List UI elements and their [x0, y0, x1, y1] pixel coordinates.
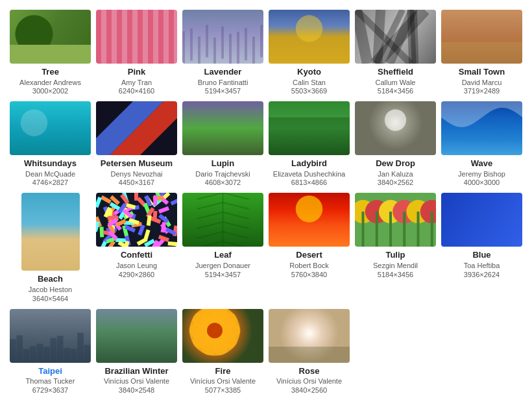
photo-title-brazilian: Brazilian Winter	[104, 366, 168, 377]
thumb-dew_drop	[355, 101, 436, 155]
photo-title-pink: Pink	[128, 67, 145, 78]
thumb-beach	[21, 193, 80, 271]
thumb-small_town	[441, 10, 522, 64]
photo-author-sheffield: Callum Wale	[376, 78, 416, 87]
photo-item-desert[interactable]: DesertRobert Bock5760×3840	[269, 193, 350, 302]
thumb-tree	[10, 10, 91, 64]
photo-dims-small_town: 3719×2489	[464, 87, 500, 95]
photo-author-tree: Alexander Andrews	[19, 78, 81, 87]
photo-title-ladybird: Ladybird	[291, 158, 327, 169]
photo-author-blue: Toa Heftiba	[464, 261, 500, 270]
thumb-ladybird	[269, 101, 350, 155]
photo-dims-pink: 6240×4160	[119, 87, 154, 95]
photo-dims-tree: 3000×2002	[32, 87, 68, 95]
photo-dims-wave: 4000×3000	[464, 178, 500, 186]
photo-item-lupin[interactable]: LupinDario Trajchevski4608×3072	[182, 101, 263, 186]
thumb-brazilian	[96, 309, 177, 363]
photo-author-beach: Jacob Heston	[29, 285, 72, 294]
photo-author-leaf: Juergen Donauer	[195, 261, 250, 270]
photo-dims-taipei: 6729×3637	[32, 386, 68, 394]
photo-item-beach[interactable]: BeachJacob Heston3640×5464	[10, 193, 91, 302]
photo-dims-dew_drop: 3840×2562	[378, 178, 413, 186]
photo-item-fire[interactable]: FireVinícius Orsi Valente5077×3385	[182, 309, 263, 394]
thumb-leaf	[182, 193, 263, 247]
photo-dims-whitsundays: 4746×2827	[32, 178, 68, 186]
photo-dims-rose: 3840×2560	[291, 386, 327, 394]
photo-item-rose[interactable]: RoseVinícius Orsi Valente3840×2560	[269, 309, 350, 394]
photo-author-wave: Jeremy Bishop	[458, 169, 505, 178]
photo-title-kyoto: Kyoto	[297, 67, 321, 78]
photo-dims-fire: 5077×3385	[205, 386, 241, 394]
photo-author-petersen: Denys Nevozhai	[110, 169, 162, 178]
photo-author-brazilian: Vinícius Orsi Valente	[104, 376, 169, 386]
photo-title-confetti: Confetti	[121, 250, 152, 261]
photo-title-small_town: Small Town	[459, 67, 505, 78]
photo-dims-beach: 3640×5464	[32, 295, 68, 302]
thumb-petersen	[96, 101, 177, 155]
photo-title-lupin: Lupin	[212, 158, 234, 169]
thumb-pink	[96, 10, 177, 64]
thumb-lavender	[182, 10, 263, 64]
photo-item-pink[interactable]: PinkAmy Tran6240×4160	[96, 10, 177, 95]
photo-title-desert: Desert	[296, 250, 322, 261]
photo-dims-confetti: 4290×2860	[119, 271, 154, 278]
photo-title-leaf: Leaf	[214, 250, 232, 261]
photo-title-petersen: Petersen Museum	[101, 158, 173, 169]
photo-author-fire: Vinícius Orsi Valente	[190, 376, 256, 386]
photo-item-confetti[interactable]: ConfettiJason Leung4290×2860	[96, 193, 177, 302]
thumb-sheffield	[355, 10, 436, 64]
photo-item-small_town[interactable]: Small TownDavid Marcu3719×2489	[441, 10, 522, 95]
thumb-blue	[441, 193, 522, 247]
photo-author-tulip: Sezgin Mendil	[373, 261, 418, 270]
photo-item-taipei[interactable]: TaipeiThomas Tucker6729×3637	[10, 309, 91, 394]
photo-dims-lupin: 4608×3072	[205, 178, 241, 186]
photo-title-blue: Blue	[472, 250, 490, 261]
photo-author-kyoto: Calin Stan	[293, 78, 326, 87]
photo-item-dew_drop[interactable]: Dew DropJan Kaluza3840×2562	[355, 101, 436, 186]
photo-title-tree: Tree	[42, 67, 59, 78]
photo-item-tree[interactable]: TreeAlexander Andrews3000×2002	[10, 10, 91, 95]
photo-item-blue[interactable]: BlueToa Heftiba3936×2624	[441, 193, 522, 302]
photo-author-ladybird: Elizaveta Dushechkina	[273, 169, 345, 178]
photo-author-rose: Vinícius Orsi Valente	[276, 376, 342, 386]
photo-title-fire: Fire	[215, 366, 231, 377]
photo-grid: TreeAlexander Andrews3000×2002PinkAmy Tr…	[6, 6, 526, 397]
photo-item-petersen[interactable]: Petersen MuseumDenys Nevozhai4450×3167	[96, 101, 177, 186]
thumb-desert	[269, 193, 350, 247]
photo-item-tulip[interactable]: TulipSezgin Mendil5184×3456	[355, 193, 436, 302]
photo-title-dew_drop: Dew Drop	[376, 158, 415, 169]
photo-item-whitsundays[interactable]: WhitsundaysDean McQuade4746×2827	[10, 101, 91, 186]
photo-title-wave: Wave	[471, 158, 492, 169]
thumb-confetti	[96, 193, 177, 247]
photo-title-sheffield: Sheffield	[378, 67, 413, 78]
photo-author-dew_drop: Jan Kaluza	[378, 169, 413, 178]
photo-author-taipei: Thomas Tucker	[26, 376, 75, 386]
photo-author-whitsundays: Dean McQuade	[25, 169, 75, 178]
thumb-rose	[269, 309, 350, 363]
photo-author-lupin: Dario Trajchevski	[195, 169, 250, 178]
photo-item-ladybird[interactable]: LadybirdElizaveta Dushechkina6813×4866	[269, 101, 350, 186]
thumb-taipei	[10, 309, 91, 363]
photo-title-beach: Beach	[38, 274, 63, 285]
photo-item-brazilian[interactable]: Brazilian WinterVinícius Orsi Valente384…	[96, 309, 177, 394]
photo-dims-petersen: 4450×3167	[119, 178, 154, 186]
photo-item-sheffield[interactable]: SheffieldCallum Wale5184×3456	[355, 10, 436, 95]
photo-title-tulip: Tulip	[385, 250, 405, 261]
photo-title-taipei: Taipei	[38, 366, 62, 377]
thumb-wave	[441, 101, 522, 155]
thumb-whitsundays	[10, 101, 91, 155]
photo-author-lavender: Bruno Fantinatti	[198, 78, 248, 87]
photo-dims-lavender: 5194×3457	[205, 87, 241, 95]
photo-dims-kyoto: 5503×3669	[291, 87, 327, 95]
photo-author-confetti: Jason Leung	[116, 261, 157, 270]
photo-author-desert: Robert Bock	[289, 261, 329, 270]
photo-item-leaf[interactable]: LeafJuergen Donauer5194×3457	[182, 193, 263, 302]
thumb-lupin	[182, 101, 263, 155]
photo-item-lavender[interactable]: LavenderBruno Fantinatti5194×3457	[182, 10, 263, 95]
photo-title-whitsundays: Whitsundays	[24, 158, 77, 169]
thumb-tulip	[355, 193, 436, 247]
photo-item-kyoto[interactable]: KyotoCalin Stan5503×3669	[269, 10, 350, 95]
photo-title-rose: Rose	[299, 366, 320, 377]
photo-dims-blue: 3936×2624	[464, 271, 500, 278]
photo-item-wave[interactable]: WaveJeremy Bishop4000×3000	[441, 101, 522, 186]
